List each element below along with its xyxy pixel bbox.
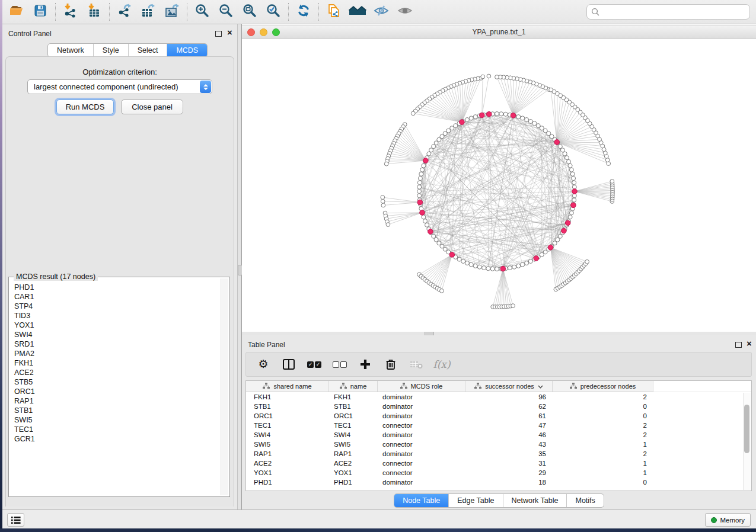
graph-leaf-node[interactable] (487, 74, 491, 78)
column-header-MCDS-role[interactable]: MCDS role (378, 381, 465, 392)
import-table-button[interactable] (82, 2, 106, 21)
graph-leaf-node[interactable] (481, 75, 485, 79)
network-titlebar[interactable]: YPA_prune.txt_1 (242, 25, 756, 39)
export-image-button[interactable] (160, 2, 184, 21)
zoom-selected-button[interactable] (261, 2, 285, 21)
graph-node[interactable] (482, 266, 486, 270)
table-row[interactable]: PHD1PHD1dominator180 (246, 477, 751, 487)
graph-hub-node[interactable] (460, 120, 465, 125)
graph-node[interactable] (503, 112, 508, 116)
graph-node[interactable] (477, 265, 481, 269)
show-panels-button[interactable] (393, 2, 417, 21)
table-scrollbar[interactable] (743, 393, 751, 490)
graph-leaf-node[interactable] (549, 88, 553, 92)
graph-fan-edge[interactable] (435, 255, 452, 287)
column-header-name[interactable]: name (329, 381, 378, 392)
graph-fan-edge[interactable] (437, 94, 462, 122)
result-node[interactable]: TID3 (11, 311, 221, 321)
graph-node[interactable] (417, 185, 422, 189)
graph-leaf-node[interactable] (411, 111, 415, 116)
graph-node[interactable] (461, 259, 465, 264)
import-network-button[interactable] (59, 2, 82, 21)
graph-node[interactable] (572, 185, 576, 189)
result-node[interactable]: YOX1 (11, 321, 221, 330)
tab-style[interactable]: Style (94, 44, 129, 57)
graph-node[interactable] (490, 267, 495, 271)
graph-node[interactable] (540, 126, 544, 130)
task-history-button[interactable] (7, 513, 24, 527)
graph-node[interactable] (572, 177, 576, 181)
graph-leaf-node[interactable] (495, 75, 499, 79)
graph-node[interactable] (532, 121, 537, 126)
graph-hub-node[interactable] (562, 228, 567, 233)
graph-node[interactable] (422, 215, 426, 219)
table-row[interactable]: TEC1TEC1connector472 (246, 421, 751, 430)
graph-edge[interactable] (423, 217, 564, 230)
close-window-icon[interactable] (247, 28, 255, 36)
graph-leaf-node[interactable] (440, 289, 444, 293)
graph-node[interactable] (495, 267, 499, 271)
column-header-predecessor-nodes[interactable]: predecessor nodes (553, 381, 653, 392)
network-canvas[interactable] (242, 39, 756, 332)
table-row[interactable]: RAP1RAP1dominator352 (246, 449, 751, 459)
graph-node[interactable] (425, 223, 429, 227)
graph-node[interactable] (536, 124, 540, 128)
graph-fan-edge[interactable] (482, 76, 489, 116)
graph-node[interactable] (569, 211, 573, 215)
graph-fan-edge[interactable] (575, 191, 613, 198)
node-table[interactable]: shared namenameMCDS rolesuccessor nodesp… (245, 380, 752, 491)
graph-leaf-node[interactable] (585, 259, 589, 264)
graph-node[interactable] (457, 257, 461, 261)
result-node[interactable]: ORC1 (11, 387, 221, 396)
tab-node-table[interactable]: Node Table (394, 494, 449, 507)
graph-fan-edge[interactable] (551, 248, 580, 271)
graph-node[interactable] (417, 181, 422, 185)
graph-fan-edge[interactable] (575, 185, 613, 191)
graph-hub-node[interactable] (511, 113, 516, 118)
graph-leaf-node[interactable] (381, 203, 385, 207)
graph-hub-node[interactable] (487, 111, 492, 117)
graph-node[interactable] (567, 159, 571, 164)
graph-fan-edge[interactable] (401, 129, 425, 161)
tab-mcds[interactable]: MCDS (167, 44, 207, 57)
search-box[interactable] (586, 4, 750, 20)
graph-node[interactable] (508, 266, 512, 270)
export-table-button[interactable] (136, 2, 160, 21)
result-node[interactable]: GCR1 (11, 434, 221, 444)
graph-node[interactable] (495, 112, 499, 116)
graph-fan-edge[interactable] (387, 213, 422, 222)
result-node[interactable]: PMA2 (11, 349, 221, 358)
result-node[interactable]: STB1 (11, 406, 221, 415)
graph-node[interactable] (417, 194, 422, 198)
graph-node[interactable] (521, 262, 525, 267)
criterion-dropdown[interactable]: largest connected component (undirected) (27, 79, 212, 94)
delete-row-icon[interactable] (384, 357, 398, 372)
deselect-all-icon[interactable] (333, 357, 347, 372)
graph-hub-node[interactable] (480, 113, 485, 118)
graph-fan-edge[interactable] (383, 203, 420, 206)
graph-fan-edge[interactable] (513, 85, 540, 116)
copy-view-button[interactable] (322, 2, 346, 21)
graph-node[interactable] (569, 168, 573, 172)
settings-gear-icon[interactable]: ⚙ (256, 357, 270, 372)
graph-fan-edge[interactable] (425, 255, 452, 280)
graph-node[interactable] (525, 261, 529, 265)
graph-node[interactable] (499, 112, 503, 116)
graph-node[interactable] (423, 219, 428, 223)
memory-button[interactable]: Memory (705, 513, 751, 527)
zoom-in-button[interactable] (190, 2, 214, 21)
open-session-button[interactable] (5, 2, 28, 21)
graph-node[interactable] (528, 120, 532, 124)
close-panel-icon[interactable]: × (747, 338, 752, 349)
split-columns-icon[interactable] (282, 357, 296, 372)
graph-fan-edge[interactable] (557, 115, 583, 142)
graph-hub-node[interactable] (500, 266, 506, 271)
scrollbar-thumb[interactable] (744, 405, 749, 453)
export-network-button[interactable] (113, 2, 136, 21)
result-node[interactable]: RAP1 (11, 396, 221, 406)
column-header-successor-nodes[interactable]: successor nodes (465, 381, 553, 392)
maximize-window-icon[interactable] (272, 28, 280, 36)
graph-leaf-node[interactable] (384, 162, 388, 166)
table-row[interactable]: YOX1YOX1connector291 (246, 468, 751, 477)
zoom-fit-button[interactable] (238, 2, 261, 21)
